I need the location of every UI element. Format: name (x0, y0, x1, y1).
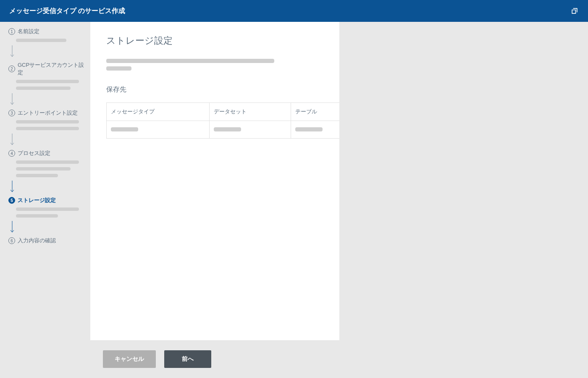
placeholder-text (16, 80, 79, 83)
step-label: 名前設定 (18, 28, 39, 35)
step-label: プロセス設定 (18, 150, 50, 157)
step-label: GCPサービスアカウント設定 (18, 61, 85, 76)
placeholder-text (295, 127, 323, 131)
step-gcp-service-account[interactable]: 2 GCPサービスアカウント設定 (8, 61, 85, 76)
step-entry-point[interactable]: 3 エントリーポイント設定 (8, 109, 85, 117)
placeholder-text (16, 120, 79, 123)
step-connector (12, 47, 12, 58)
placeholder-text (16, 39, 66, 42)
step-name-settings[interactable]: 1 名前設定 (8, 28, 85, 35)
wizard-sidebar: 1 名前設定 2 GCPサービスアカウント設定 (0, 22, 90, 378)
col-dataset: データセット (209, 103, 291, 121)
placeholder-text (16, 214, 58, 218)
placeholder-text (214, 127, 241, 131)
cancel-button[interactable]: キャンセル (103, 350, 156, 368)
col-message-type: メッセージタイプ (107, 103, 210, 121)
step-label: 入力内容の確認 (18, 237, 56, 244)
step-confirm[interactable]: 6 入力内容の確認 (8, 237, 85, 244)
placeholder-text (111, 127, 138, 131)
step-storage[interactable]: 5 ストレージ設定 (8, 197, 85, 204)
step-label: エントリーポイント設定 (18, 109, 78, 117)
step-process[interactable]: 4 プロセス設定 (8, 150, 85, 157)
empty-space (339, 22, 588, 378)
placeholder-text (16, 87, 71, 90)
placeholder-text (16, 207, 79, 211)
placeholder-text (16, 160, 79, 164)
step-connector (12, 135, 12, 146)
placeholder-text (16, 174, 58, 177)
step-connector (12, 223, 12, 234)
step-connector (12, 182, 12, 193)
step-connector (12, 95, 12, 106)
prev-button[interactable]: 前へ (164, 350, 211, 368)
step-label: ストレージ設定 (18, 197, 56, 204)
placeholder-text (16, 167, 71, 171)
page-title: メッセージ受信タイプ のサービス作成 (9, 7, 125, 16)
destination-label: 保存先 (106, 85, 126, 94)
page-header: メッセージ受信タイプ のサービス作成 (0, 0, 588, 22)
placeholder-text (16, 127, 79, 130)
window-restore-icon[interactable] (570, 7, 579, 15)
